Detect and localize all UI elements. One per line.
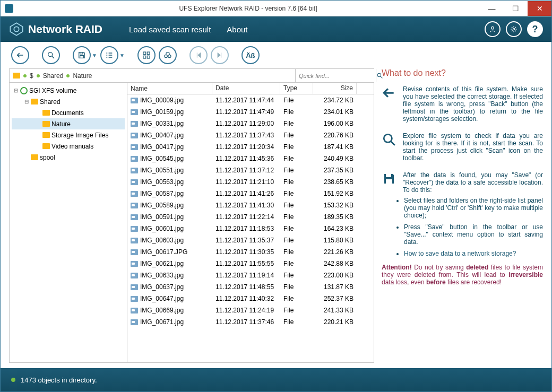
tree-storage[interactable]: Storage Image Files (12, 129, 125, 141)
save-icon (77, 51, 86, 59)
tree-spool[interactable]: spool (12, 152, 125, 163)
help-button[interactable]: ? (527, 21, 543, 37)
file-row[interactable]: IMG_00589.jpg11.12.2017 11:41:30File153.… (127, 199, 374, 211)
statusbar: 1473 objects in directory. (1, 368, 551, 391)
collapse-icon[interactable]: ⊟ (23, 99, 29, 104)
file-date: 11.12.2017 11:37:12 (212, 167, 280, 174)
menu-load-saved[interactable]: Load saved scan result (129, 25, 211, 34)
magnifier-icon (47, 51, 55, 59)
help-panel: What to do next? Revise contents of this… (382, 68, 543, 363)
file-row[interactable]: IMG_00647.jpg11.12.2017 11:40:32File252.… (127, 293, 374, 304)
folder-icon (42, 143, 50, 149)
tree-volume[interactable]: ⊟SGI XFS volume (12, 85, 125, 96)
file-row[interactable]: IMG_00603.jpg11.12.2017 11:35:37File115.… (127, 234, 374, 246)
encoding-button[interactable]: Äß (242, 46, 260, 64)
col-name[interactable]: Name (127, 83, 212, 94)
file-row[interactable]: IMG_00009.jpg11.12.2017 11:47:44File234.… (127, 94, 374, 106)
file-row[interactable]: IMG_00331.jpg11.12.2017 11:29:00File196.… (127, 118, 374, 129)
file-row[interactable]: IMG_00407.jpg11.12.2017 11:37:43File220.… (127, 129, 374, 141)
file-list-header: Name Date Type Size (127, 83, 374, 94)
nav-next-button[interactable] (211, 46, 229, 64)
tree-documents[interactable]: Documents (12, 107, 125, 118)
help-link[interactable]: How to save data to a network storage? (404, 250, 516, 257)
file-row[interactable]: IMG_00545.jpg11.12.2017 11:45:36File240.… (127, 153, 374, 164)
arrow-left-icon (16, 51, 24, 59)
maximize-button[interactable]: ☐ (504, 1, 528, 16)
close-button[interactable]: ✕ (528, 1, 551, 16)
file-row[interactable]: IMG_00551.jpg11.12.2017 11:37:12File237.… (127, 164, 374, 176)
settings-button[interactable] (506, 21, 522, 37)
folder-tree[interactable]: ⊟SGI XFS volume ⊟Shared Documents Nature… (10, 83, 127, 362)
file-row[interactable]: IMG_00671.jpg11.12.2017 11:37:46File220.… (127, 316, 374, 328)
col-size[interactable]: Size (313, 83, 357, 94)
step-back-icon (194, 51, 203, 59)
col-type[interactable]: Type (280, 83, 313, 94)
file-rows[interactable]: IMG_00009.jpg11.12.2017 11:47:44File234.… (127, 94, 374, 362)
back-button[interactable] (11, 46, 29, 64)
file-row[interactable]: IMG_00417.jpg11.12.2017 11:20:34File187.… (127, 141, 374, 153)
file-row[interactable]: IMG_00617.JPG11.12.2017 11:30:35File221.… (127, 246, 374, 258)
quick-find-input[interactable] (296, 69, 376, 82)
image-file-icon (131, 179, 138, 185)
file-name: IMG_00647.jpg (140, 295, 184, 302)
file-date: 11.12.2017 11:55:55 (212, 260, 280, 267)
toolbar: ▼ ▼ Äß (1, 42, 551, 68)
breadcrumb-root[interactable]: $ (30, 72, 33, 80)
file-type: File (280, 202, 313, 209)
col-date[interactable]: Date (212, 83, 280, 94)
file-type: File (280, 120, 313, 127)
list-dropdown[interactable]: ▼ (119, 53, 125, 58)
menu-about[interactable]: About (227, 25, 247, 34)
collapse-icon[interactable]: ⊟ (13, 88, 19, 93)
menubar: Network RAID Load saved scan result Abou… (1, 16, 551, 42)
logo-icon (9, 22, 24, 37)
image-file-icon (131, 284, 138, 290)
list-icon (105, 51, 114, 59)
breadcrumb[interactable]: $ Shared Nature (10, 69, 295, 83)
scan-button[interactable] (42, 46, 60, 64)
breadcrumb-shared[interactable]: Shared (43, 72, 64, 80)
svg-point-3 (513, 28, 515, 30)
file-name: IMG_00637.jpg (140, 283, 184, 291)
tree-nature[interactable]: Nature (12, 118, 125, 129)
status-dot-icon (11, 378, 15, 382)
file-type: File (280, 307, 313, 314)
find-button[interactable] (159, 46, 177, 64)
list-options-button[interactable] (100, 46, 118, 64)
file-row[interactable]: IMG_00587.jpg11.12.2017 11:41:26File151.… (127, 188, 374, 199)
file-row[interactable]: IMG_00563.jpg11.12.2017 11:21:10File238.… (127, 176, 374, 188)
svg-point-1 (14, 27, 19, 31)
user-button[interactable] (485, 21, 501, 37)
file-size: 223.00 KB (313, 272, 357, 279)
svg-rect-17 (386, 179, 392, 184)
nav-prev-button[interactable] (189, 46, 208, 64)
tree-video[interactable]: Video manuals (12, 141, 125, 152)
file-row[interactable]: IMG_00637.jpg11.12.2017 11:48:55File131.… (127, 281, 374, 293)
help-back-icon (382, 85, 396, 100)
file-row[interactable]: IMG_00621.jpg11.12.2017 11:55:55File242.… (127, 258, 374, 269)
minimize-button[interactable]: — (480, 1, 504, 16)
image-file-icon (131, 191, 138, 197)
image-file-icon (131, 98, 138, 103)
file-list: Name Date Type Size IMG_00009.jpg11.12.2… (127, 83, 374, 362)
dot-icon (23, 74, 27, 77)
file-row[interactable]: IMG_00601.jpg11.12.2017 11:18:53File164.… (127, 223, 374, 234)
folder-icon (13, 73, 20, 79)
file-row[interactable]: IMG_00591.jpg11.12.2017 11:22:14File189.… (127, 211, 374, 223)
tree-shared[interactable]: ⊟Shared (12, 96, 125, 107)
file-date: 11.12.2017 11:18:53 (212, 225, 280, 232)
save-dropdown[interactable]: ▼ (92, 53, 97, 58)
file-row[interactable]: IMG_00669.jpg11.12.2017 11:24:19File241.… (127, 304, 374, 316)
save-button[interactable] (73, 46, 91, 64)
file-date: 11.12.2017 11:45:36 (212, 155, 280, 162)
image-file-icon (131, 296, 138, 302)
image-file-icon (131, 238, 138, 243)
file-date: 11.12.2017 11:37:46 (212, 318, 280, 326)
file-type: File (280, 167, 313, 174)
view-grid-button[interactable] (137, 46, 156, 64)
svg-point-2 (491, 27, 494, 29)
file-size: 164.23 KB (313, 225, 357, 232)
file-row[interactable]: IMG_00159.jpg11.12.2017 11:47:49File234.… (127, 106, 374, 118)
breadcrumb-nature[interactable]: Nature (73, 72, 92, 80)
file-row[interactable]: IMG_00633.jpg11.12.2017 11:19:14File223.… (127, 269, 374, 281)
